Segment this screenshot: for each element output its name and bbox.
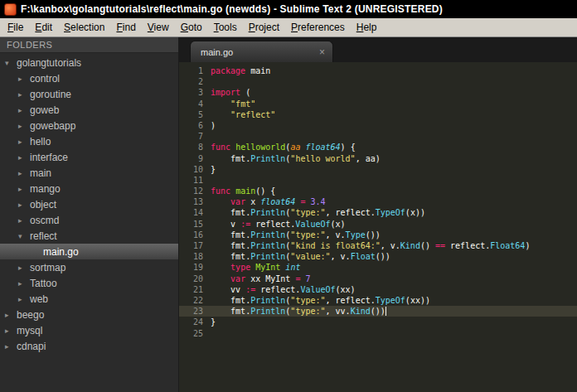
code-line[interactable]: 15 v := reflect.ValueOf(x)	[179, 219, 577, 230]
tree-item-mysql[interactable]: ▸mysql	[0, 322, 178, 338]
tree-item-tattoo[interactable]: ▸Tattoo	[0, 275, 178, 291]
code-line[interactable]: 22 fmt.Println("type:", reflect.TypeOf(x…	[179, 295, 577, 306]
chevron-right-icon[interactable]: ▸	[18, 185, 30, 193]
code-line[interactable]: 16 fmt.Println("type:", v.Type())	[179, 230, 577, 240]
tree-item-object[interactable]: ▸object	[0, 196, 178, 212]
chevron-right-icon[interactable]: ▸	[18, 90, 30, 99]
code-line[interactable]: 24}	[179, 317, 577, 327]
tab-label: main.go	[201, 47, 233, 57]
code-line[interactable]: 21 vv := reflect.ValueOf(xx)	[179, 284, 577, 295]
menu-item-goto[interactable]: Goto	[175, 19, 208, 36]
line-number: 19	[179, 262, 203, 273]
code-line[interactable]: 19 type MyInt int	[179, 262, 577, 273]
tab-main-go[interactable]: main.go ×	[190, 41, 333, 62]
chevron-down-icon[interactable]: ▾	[5, 59, 17, 67]
code-line[interactable]: 3import (	[179, 87, 577, 98]
menu-item-find[interactable]: Find	[110, 19, 141, 36]
code-area[interactable]: 1package main23import (4 "fmt"5 "reflect…	[179, 62, 577, 392]
tree-item-goweb[interactable]: ▸goweb	[0, 102, 178, 118]
tree-item-reflect[interactable]: ▾reflect	[0, 228, 178, 244]
menu-item-selection[interactable]: Selection	[58, 19, 110, 36]
code-line[interactable]: 7	[179, 131, 577, 142]
chevron-right-icon[interactable]: ▸	[18, 75, 30, 83]
tree-item-interface[interactable]: ▸interface	[0, 149, 178, 165]
chevron-right-icon[interactable]: ▸	[18, 201, 30, 209]
code-line[interactable]: 4 "fmt"	[179, 99, 577, 109]
tree-item-main[interactable]: ▸main	[0, 165, 178, 181]
chevron-right-icon[interactable]: ▸	[5, 342, 17, 351]
chevron-right-icon[interactable]: ▸	[18, 122, 30, 130]
code-line[interactable]: 12func main() {	[179, 186, 577, 196]
menu-item-project[interactable]: Project	[243, 19, 285, 36]
code-line[interactable]: 10}	[179, 164, 577, 175]
sublime-window: F:\kanbox\golangtutorials\reflect\main.g…	[0, 0, 577, 392]
code-line[interactable]: 17 fmt.Println("kind is float64:", v.Kin…	[179, 240, 577, 251]
title-bar[interactable]: F:\kanbox\golangtutorials\reflect\main.g…	[0, 0, 577, 18]
editor: main.go × 1package main23import (4 "fmt"…	[179, 37, 577, 392]
chevron-right-icon[interactable]: ▸	[18, 106, 30, 114]
chevron-right-icon[interactable]: ▸	[18, 216, 30, 225]
tree-item-label: interface	[30, 152, 68, 163]
code-line[interactable]: 9 fmt.Println("hello world", aa)	[179, 153, 577, 164]
code-text: "fmt"	[203, 99, 255, 109]
code-text: import (	[203, 87, 250, 98]
tree-item-label: control	[30, 73, 60, 85]
tree-item-label: gowebapp	[30, 120, 75, 132]
code-text: fmt.Println("type:", reflect.TypeOf(xx))	[203, 295, 430, 306]
code-line[interactable]: 25	[179, 328, 577, 339]
tree-item-label: object	[30, 199, 56, 211]
code-text: }	[203, 317, 216, 327]
tree-item-sortmap[interactable]: ▸sortmap	[0, 259, 178, 275]
code-line[interactable]: 18 fmt.Println("value:", v.Float())	[179, 251, 577, 262]
code-line[interactable]: 6)	[179, 120, 577, 131]
menu-item-preferences[interactable]: Preferences	[285, 19, 351, 36]
tree-item-cdnapi[interactable]: ▸cdnapi	[0, 338, 178, 354]
menu-item-edit[interactable]: Edit	[29, 19, 58, 36]
tree-item-hello[interactable]: ▸hello	[0, 133, 178, 149]
chevron-right-icon[interactable]: ▸	[5, 327, 17, 335]
code-text: "reflect"	[203, 109, 275, 120]
tab-bar: main.go ×	[179, 37, 577, 62]
tree-item-label: main	[30, 167, 51, 179]
menu-item-help[interactable]: Help	[351, 19, 383, 36]
tree-item-gowebapp[interactable]: ▸gowebapp	[0, 118, 178, 133]
tree-item-beego[interactable]: ▸beego	[0, 307, 178, 322]
menu-item-file[interactable]: File	[2, 19, 29, 36]
line-number: 11	[179, 175, 203, 186]
chevron-right-icon[interactable]: ▸	[5, 311, 17, 319]
menu-item-tools[interactable]: Tools	[208, 19, 243, 36]
tree-item-oscmd[interactable]: ▸oscmd	[0, 212, 178, 228]
chevron-right-icon[interactable]: ▸	[18, 264, 30, 272]
code-line[interactable]: 1package main	[179, 65, 577, 76]
chevron-right-icon[interactable]: ▸	[18, 295, 30, 303]
code-line[interactable]: 13 var x float64 = 3.4	[179, 196, 577, 207]
tree-item-web[interactable]: ▸web	[0, 291, 178, 307]
chevron-right-icon[interactable]: ▸	[18, 279, 30, 288]
tree-item-goroutine[interactable]: ▸goroutine	[0, 86, 178, 102]
tree-item-golangtutorials[interactable]: ▾golangtutorials	[0, 55, 178, 70]
line-number: 21	[179, 284, 203, 295]
tree-item-mango[interactable]: ▸mango	[0, 181, 178, 196]
tree-item-label: mysql	[17, 325, 42, 336]
tree-item-label: goroutine	[30, 89, 71, 100]
code-line[interactable]: 8func helloworld(aa float64) {	[179, 142, 577, 152]
code-text: fmt.Println("type:", vv.Kind())	[203, 306, 386, 317]
main-area: FOLDERS ▾golangtutorials▸control▸gorouti…	[0, 37, 577, 392]
chevron-right-icon[interactable]: ▸	[18, 169, 30, 177]
chevron-right-icon[interactable]: ▸	[18, 153, 30, 162]
tree-item-label: Tattoo	[30, 278, 57, 289]
line-number: 18	[179, 251, 203, 262]
line-number: 8	[179, 142, 203, 152]
code-line[interactable]: 11	[179, 175, 577, 186]
code-line[interactable]: 23 fmt.Println("type:", vv.Kind())	[179, 306, 577, 317]
code-line[interactable]: 5 "reflect"	[179, 109, 577, 120]
chevron-right-icon[interactable]: ▸	[18, 138, 30, 146]
code-line[interactable]: 14 fmt.Println("type:", reflect.TypeOf(x…	[179, 207, 577, 218]
code-line[interactable]: 20 var xx MyInt = 7	[179, 273, 577, 284]
code-line[interactable]: 2	[179, 76, 577, 87]
tree-item-main-go[interactable]: main.go	[0, 244, 178, 259]
tree-item-control[interactable]: ▸control	[0, 70, 178, 86]
tab-close-icon[interactable]: ×	[319, 47, 325, 57]
chevron-down-icon[interactable]: ▾	[18, 232, 30, 240]
menu-item-view[interactable]: View	[142, 19, 175, 36]
